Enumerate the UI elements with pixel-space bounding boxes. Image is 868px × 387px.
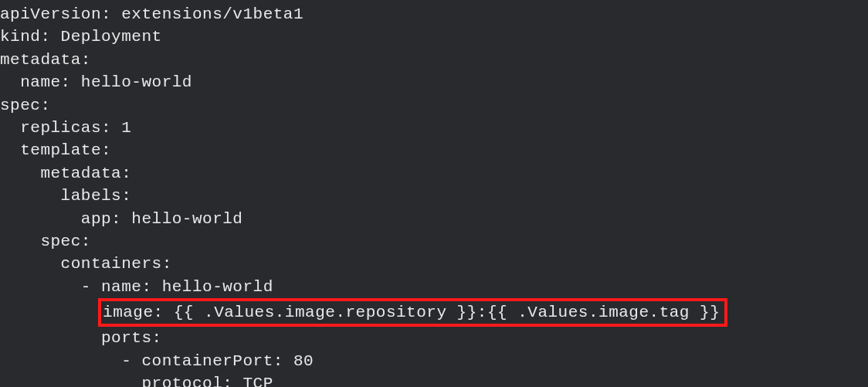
yaml-line-app-label: app: hello-world xyxy=(0,208,868,230)
yaml-line-metadata-name: name: hello-world xyxy=(0,71,868,93)
yaml-line-apiversion: apiVersion: extensions/v1beta1 xyxy=(0,3,868,25)
yaml-line-containers: containers: xyxy=(0,253,868,275)
yaml-line-labels: labels: xyxy=(0,185,868,207)
highlighted-image-line: image: {{ .Values.image.repository }}:{{… xyxy=(98,298,727,327)
yaml-line-template-metadata: metadata: xyxy=(0,162,868,185)
yaml-line-image: image: {{ .Values.image.repository }}:{{… xyxy=(0,298,868,327)
indent-prefix xyxy=(0,304,101,321)
code-block: apiVersion: extensions/v1beta1 kind: Dep… xyxy=(0,3,868,387)
yaml-line-spec: spec: xyxy=(0,94,868,117)
yaml-line-kind: kind: Deployment xyxy=(0,25,868,48)
yaml-line-template-spec: spec: xyxy=(0,230,868,253)
yaml-line-metadata: metadata: xyxy=(0,49,868,71)
yaml-line-replicas: replicas: 1 xyxy=(0,117,868,139)
yaml-line-protocol: protocol: TCP xyxy=(0,372,868,387)
yaml-line-ports: ports: xyxy=(0,327,868,349)
yaml-line-container-name: - name: hello-world xyxy=(0,276,868,298)
yaml-line-container-port: - containerPort: 80 xyxy=(0,350,868,372)
yaml-line-template: template: xyxy=(0,139,868,161)
